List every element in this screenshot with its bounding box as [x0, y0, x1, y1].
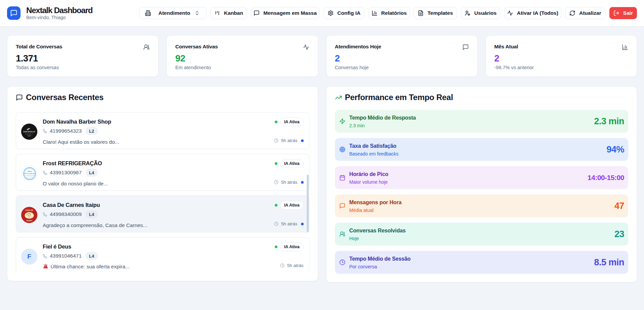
svg-text:atendimento especializado: atendimento especializado: [25, 177, 35, 178]
svg-text:(REFRIGERAÇÃO): (REFRIGERAÇÃO): [24, 173, 36, 174]
svg-text:ITAIPU: ITAIPU: [26, 220, 32, 222]
svg-text:e conta plano de lavar: e conta plano de lavar: [25, 175, 34, 176]
svg-text:BARBER: BARBER: [25, 133, 33, 135]
svg-text:Frost: Frost: [28, 171, 32, 172]
svg-text:DOM NAVALHA: DOM NAVALHA: [23, 131, 35, 133]
svg-text:SHOP: SHOP: [28, 136, 31, 137]
